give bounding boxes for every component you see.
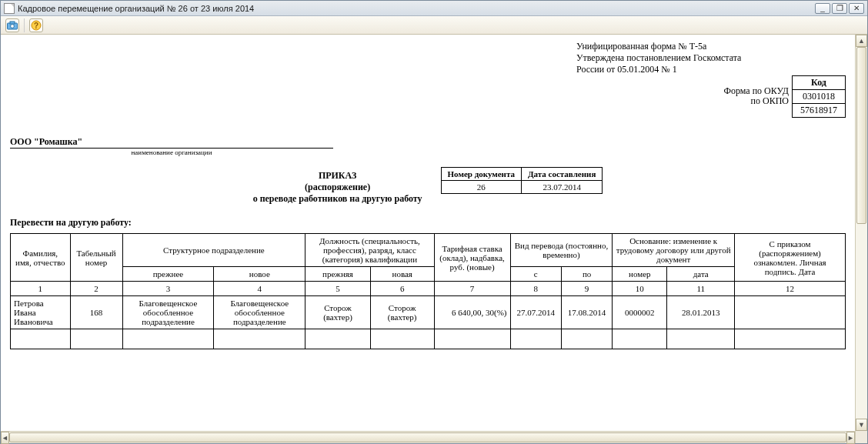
form-meta-line: Утверждена постановлением Госкомстата [576, 52, 846, 64]
window-title: Кадровое перемещение организаций № 26 от… [18, 4, 254, 13]
cell-tariff: 6 640,00, 30(%) [434, 296, 510, 329]
h-tab: Табельный номер [70, 234, 122, 282]
scroll-track[interactable] [856, 47, 867, 419]
cell-from: 27.07.2014 [510, 296, 561, 329]
cell-pos-new: Сторож (вахтер) [370, 296, 434, 329]
kod-header: Код [793, 76, 846, 90]
h-bnum: номер [613, 267, 667, 282]
scroll-up-button[interactable]: ▲ [856, 35, 867, 47]
cell-bdate: 28.01.2013 [667, 296, 735, 329]
blank-row [11, 329, 846, 349]
colnum: 3 [122, 282, 214, 296]
colnum: 2 [70, 282, 122, 296]
colnum: 6 [370, 282, 434, 296]
horizontal-scrollbar[interactable]: ◄ ► [1, 431, 855, 443]
h-struct: Структурное подразделение [122, 234, 305, 267]
colnum: 11 [667, 282, 735, 296]
cell-ack [735, 296, 846, 329]
svg-text:?: ? [34, 22, 38, 30]
h-ack: С приказом (распоряжением) ознакомлен. Л… [735, 234, 846, 282]
okpo-value: 57618917 [793, 104, 846, 118]
h-position: Должность (специальность, профессия), ра… [305, 234, 434, 267]
main-table: Фамилия, имя, отчество Табельный номер С… [10, 233, 846, 349]
rasp-title: (распоряжение) [253, 182, 422, 193]
h-bdate: дата [667, 267, 735, 282]
docnum-date: 23.07.2014 [522, 181, 603, 194]
codes-table: Код 0301018 57618917 [792, 75, 846, 118]
bottom-scroll-row: ◄ ► [1, 431, 867, 443]
prikaz-title: ПРИКАЗ [253, 170, 422, 182]
form-meta: Унифицированная форма № Т-5а Утверждена … [576, 41, 846, 75]
preview-button[interactable] [5, 18, 19, 32]
scroll-down-button[interactable]: ▼ [856, 419, 867, 431]
h-tariff: Тарифная ставка (оклад), надбавка, руб. … [434, 234, 510, 282]
hscroll-thumb[interactable] [9, 432, 846, 442]
colnum: 7 [434, 282, 510, 296]
transfer-line: Перевести на другую работу: [10, 217, 846, 229]
okpo-label: по ОКПО [724, 96, 789, 106]
h-to: по [561, 267, 612, 282]
h-transfer-type: Вид перевода (постоянно, временно) [510, 234, 613, 267]
help-icon: ? [31, 20, 42, 31]
docnum-num: 26 [441, 181, 521, 194]
svg-rect-1 [10, 22, 15, 24]
colnum: 10 [613, 282, 667, 296]
org-caption: наименование организации [10, 149, 333, 156]
okud-value: 0301018 [793, 90, 846, 104]
scroll-left-button[interactable]: ◄ [1, 432, 9, 444]
docnum-hdate: Дата составления [522, 168, 603, 181]
colnum: 9 [561, 282, 612, 296]
h-struct-prev: прежнее [122, 267, 214, 282]
docnum-table: Номер документа Дата составления 26 23.0… [441, 167, 603, 194]
scroll-thumb[interactable] [856, 47, 866, 224]
form-meta-line: Унифицированная форма № Т-5а [576, 41, 846, 52]
colnum: 8 [510, 282, 561, 296]
prikaz-row: ПРИКАЗ (распоряжение) о переводе работни… [10, 167, 846, 205]
prikaz-titles: ПРИКАЗ (распоряжение) о переводе работни… [253, 167, 422, 205]
minimize-button[interactable]: _ [815, 3, 830, 14]
cell-fio: Петрова Ивана Ивановича [11, 296, 71, 329]
data-row: Петрова Ивана Ивановича 168 Благовещенск… [11, 296, 846, 329]
cell-pos-prev: Сторож (вахтер) [305, 296, 371, 329]
toolbar: ? [1, 16, 867, 35]
camera-icon [7, 21, 18, 30]
about-title: о переводе работников на другую работу [253, 193, 422, 205]
colnum: 1 [11, 282, 71, 296]
form-meta-line: России от 05.01.2004 № 1 [576, 64, 846, 75]
docnum-hnum: Номер документа [441, 168, 521, 181]
scroll-corner [855, 431, 867, 443]
org-row: ООО "Ромашка" наименование организации [10, 118, 846, 156]
window-controls: _ ❐ ✕ [815, 3, 864, 14]
h-struct-new: новое [214, 267, 305, 282]
scroll-right-button[interactable]: ► [846, 432, 855, 444]
codes-labels: Форма по ОКУД по ОКПО [724, 75, 789, 106]
toolbar-separator [24, 18, 25, 32]
cell-struct-new: Благовещенское обособленное подразделени… [214, 296, 305, 329]
h-pos-prev: прежняя [305, 267, 371, 282]
vertical-scrollbar[interactable]: ▲ ▼ [855, 35, 867, 431]
cell-tab: 168 [70, 296, 122, 329]
colnum: 4 [214, 282, 305, 296]
colnum: 5 [305, 282, 371, 296]
document-page: Унифицированная форма № Т-5а Утверждена … [1, 35, 855, 431]
svg-point-2 [11, 24, 15, 28]
h-basis: Основание: изменение к трудовому договор… [613, 234, 735, 267]
h-fio: Фамилия, имя, отчество [11, 234, 71, 282]
h-from: с [510, 267, 561, 282]
cell-to: 17.08.2014 [561, 296, 612, 329]
workspace: Унифицированная форма № Т-5а Утверждена … [1, 35, 867, 431]
title-bar: Кадровое перемещение организаций № 26 от… [1, 1, 867, 16]
help-button[interactable]: ? [29, 18, 43, 32]
app-window: Кадровое перемещение организаций № 26 от… [0, 0, 868, 444]
colnum: 12 [735, 282, 846, 296]
cell-bnum: 0000002 [613, 296, 667, 329]
h-pos-new: новая [370, 267, 434, 282]
cell-struct-prev: Благовещенское обособленное подразделени… [122, 296, 214, 329]
document-icon [4, 3, 15, 14]
maximize-button[interactable]: ❐ [832, 3, 847, 14]
hscroll-track[interactable] [9, 432, 846, 443]
org-name: ООО "Ромашка" [10, 136, 333, 149]
close-button[interactable]: ✕ [849, 3, 864, 14]
